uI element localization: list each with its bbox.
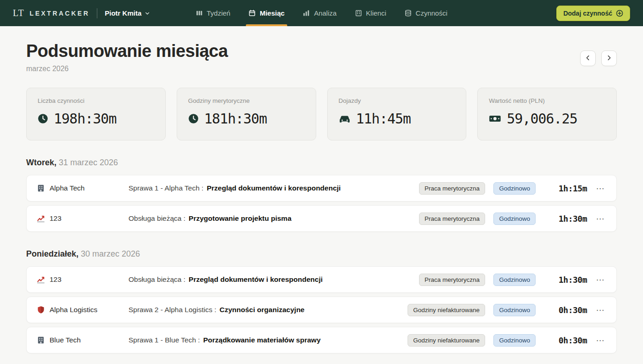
logo-text: LEXTRACKER	[30, 10, 90, 17]
plus-circle-icon	[616, 10, 623, 17]
clients-icon	[355, 10, 362, 17]
day-name: Poniedziałek,	[26, 249, 78, 258]
entry-time: 1h:30m	[536, 275, 587, 285]
stat-card: Godziny merytoryczne 181h:30m	[177, 88, 316, 140]
entry-description: Sprawa 1 - Blue Tech :Porządkowanie mate…	[129, 336, 403, 344]
case-name: Sprawa 1 - Blue Tech :	[129, 336, 200, 344]
case-name: Obsługa bieżąca :	[129, 275, 185, 283]
user-name: Piotr Kmita	[105, 9, 141, 17]
chevron-left-icon	[585, 55, 591, 62]
entry-description: Obsługa bieżąca :Przygotowanie projektu …	[129, 214, 403, 223]
calendar-icon	[249, 10, 256, 17]
entry-description: Obsługa bieżąca :Przegląd dokumentów i k…	[129, 275, 403, 284]
stats-row: Liczba czynności 198h:30m Godziny meryto…	[26, 88, 617, 140]
main-nav: Tydzień Miesiąc Analiza Klienci Czynnośc…	[196, 0, 447, 26]
nav-item-klienci[interactable]: Klienci	[355, 0, 386, 26]
billing-badge: Godzinowo	[493, 213, 536, 225]
entry-client: Alpha Logistics	[37, 306, 129, 314]
entry-row: Alpha Logistics Sprawa 2 - Alpha Logisti…	[26, 297, 617, 323]
billing-badge: Godzinowo	[493, 304, 536, 316]
page-header: Podsumowanie miesiąca marzec 2026	[26, 41, 617, 73]
add-activity-button[interactable]: Dodaj czynność	[556, 6, 630, 21]
category-badge: Praca merytoryczna	[419, 182, 485, 195]
entry-description: Sprawa 2 - Alpha Logistics :Czynności or…	[129, 306, 403, 314]
nav-item-czynnosci[interactable]: Czynności	[405, 0, 447, 26]
nav-item-label: Analiza	[314, 9, 336, 17]
activity-name: Czynności organizacyjne	[219, 306, 304, 314]
nav-item-label: Klienci	[366, 9, 386, 17]
stat-value: 59,006.25	[507, 111, 577, 127]
page-subtitle: marzec 2026	[26, 65, 228, 73]
entry-client: Alpha Tech	[37, 184, 129, 192]
entry-menu-button[interactable]: ⋯	[594, 275, 606, 284]
entry-menu-button[interactable]: ⋯	[594, 184, 606, 193]
logo-mark: LT	[13, 8, 24, 18]
category-badge: Godziny niefakturowane	[408, 334, 485, 347]
case-name: Obsługa bieżąca :	[129, 214, 185, 222]
client-name: Alpha Logistics	[50, 306, 97, 314]
day-heading: Wtorek,31 marzec 2026	[26, 158, 617, 168]
entry-row: Blue Tech Sprawa 1 - Blue Tech :Porządko…	[26, 327, 617, 353]
car-icon	[339, 113, 351, 124]
day-date: 31 marzec 2026	[59, 158, 118, 167]
billing-badge: Godzinowo	[493, 274, 536, 286]
shield-icon	[37, 306, 45, 314]
day-heading: Poniedziałek,30 marzec 2026	[26, 249, 617, 259]
stat-card: Liczba czynności 198h:30m	[26, 88, 166, 140]
billing-badge: Godzinowo	[493, 334, 536, 347]
clock-icon	[188, 113, 199, 124]
activity-name: Przegląd dokumentów i korespondencji	[207, 184, 341, 192]
entry-client: 123	[37, 275, 129, 284]
building-icon	[37, 336, 45, 344]
activity-name: Przygotowanie projektu pisma	[189, 214, 291, 222]
client-name: Blue Tech	[50, 336, 81, 344]
entry-description: Sprawa 1 - Alpha Tech :Przegląd dokument…	[129, 184, 403, 192]
stat-label: Dojazdy	[339, 97, 455, 104]
day-date: 30 marzec 2026	[81, 249, 140, 258]
entry-menu-button[interactable]: ⋯	[594, 214, 606, 223]
stat-label: Godziny merytoryczne	[188, 97, 305, 104]
entry-row: 123 Obsługa bieżąca :Przygotowanie proje…	[26, 205, 617, 232]
day-section: Wtorek,31 marzec 2026 Alpha Tech Sprawa …	[26, 158, 617, 232]
nav-item-label: Miesiąc	[260, 9, 285, 17]
entry-menu-button[interactable]: ⋯	[594, 306, 606, 314]
activities-stack-icon	[405, 10, 412, 17]
chevron-down-icon	[145, 11, 150, 16]
day-entries: Alpha Tech Sprawa 1 - Alpha Tech :Przegl…	[26, 175, 617, 232]
stat-label: Liczba czynności	[38, 97, 154, 104]
nav-item-label: Czynności	[416, 9, 447, 17]
client-name: 123	[50, 214, 62, 223]
entry-client: Blue Tech	[37, 336, 129, 344]
analytics-bars-icon	[303, 10, 310, 17]
banknote-icon	[489, 113, 501, 124]
stat-card: Dojazdy 11h:45m	[327, 88, 467, 140]
day-entries: 123 Obsługa bieżąca :Przegląd dokumentów…	[26, 266, 617, 353]
nav-item-analiza[interactable]: Analiza	[303, 0, 336, 26]
case-name: Sprawa 2 - Alpha Logistics :	[129, 306, 216, 314]
add-activity-label: Dodaj czynność	[563, 10, 612, 17]
next-month-button[interactable]	[601, 50, 617, 66]
chart-icon	[37, 275, 45, 284]
nav-item-miesiac[interactable]: Miesiąc	[249, 0, 285, 26]
activity-name: Porządkowanie materiałów sprawy	[203, 336, 321, 344]
top-navbar: LT LEXTRACKER Piotr Kmita Tydzień Miesią…	[0, 0, 643, 26]
page-title: Podsumowanie miesiąca	[26, 41, 228, 61]
user-menu[interactable]: Piotr Kmita	[105, 9, 150, 17]
chart-icon	[37, 214, 45, 223]
stat-value: 198h:30m	[54, 111, 117, 127]
entry-row: 123 Obsługa bieżąca :Przegląd dokumentów…	[26, 266, 617, 293]
building-icon	[37, 184, 45, 192]
entry-row: Alpha Tech Sprawa 1 - Alpha Tech :Przegl…	[26, 175, 617, 202]
stat-card: Wartość netto (PLN) 59,006.25	[477, 88, 617, 140]
clock-icon	[38, 113, 48, 124]
nav-item-tydzien[interactable]: Tydzień	[196, 0, 230, 26]
previous-month-button[interactable]	[580, 50, 596, 66]
app-logo[interactable]: LT LEXTRACKER	[13, 8, 89, 18]
entry-menu-button[interactable]: ⋯	[594, 336, 606, 345]
entry-client: 123	[37, 214, 129, 223]
navbar-divider	[97, 8, 97, 18]
title-block: Podsumowanie miesiąca marzec 2026	[26, 41, 228, 73]
main-content: Podsumowanie miesiąca marzec 2026 Liczba…	[0, 41, 643, 364]
chevron-right-icon	[606, 55, 612, 62]
billing-badge: Godzinowo	[493, 182, 536, 195]
